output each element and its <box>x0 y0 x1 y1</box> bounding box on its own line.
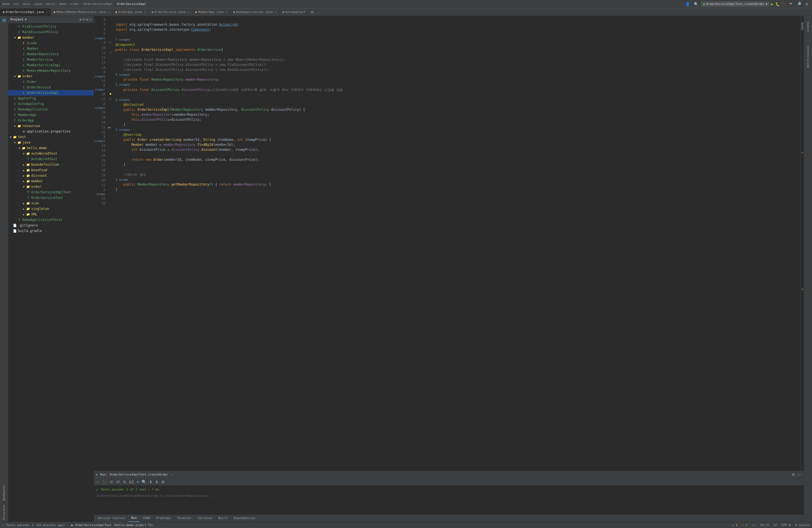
tree-item-application-properties[interactable]: ⚙ application.properties <box>8 129 93 134</box>
tree-item-memberrepository[interactable]: I MemberRepository <box>8 52 93 57</box>
toolbar-rerun-btn[interactable]: ↺ <box>108 479 114 485</box>
structure-label[interactable]: Structure <box>2 505 5 520</box>
panel-dropdown[interactable]: ▼ <box>25 18 27 21</box>
tab-close-orderapp[interactable]: ✕ <box>144 11 146 14</box>
tree-item-buildgradle[interactable]: 📄 build.gradle <box>8 228 93 234</box>
charset[interactable]: UTF-8 <box>782 523 791 527</box>
tree-item-member-class[interactable]: C Member <box>8 46 93 52</box>
toolbar-search-btn[interactable]: 🔍 <box>141 479 147 485</box>
tree-item-autowiredtest-folder[interactable]: ▼ 📁 autoWiredTest <box>8 151 93 156</box>
line-endings[interactable]: LF <box>773 523 777 527</box>
run-close[interactable]: ✕ <box>172 473 173 476</box>
breadcrumb-class[interactable]: OrderServiceImpl <box>84 2 113 6</box>
tab-autoappconf[interactable]: ● AutoAppConf <box>279 8 308 16</box>
tree-item-orderserviceimpl[interactable]: C OrderServiceImpl <box>8 90 93 96</box>
breadcrumb-java[interactable]: java <box>34 2 42 6</box>
notifications-label[interactable]: Notifications <box>807 46 810 68</box>
tree-item-memberservice[interactable]: I MemberService <box>8 57 93 62</box>
warning-indicator[interactable]: ⚠ 1 <box>732 523 738 527</box>
tree-item-memberapp[interactable]: C MemberApp <box>8 112 93 118</box>
tab-todo[interactable]: TODO <box>140 515 153 522</box>
tab-more[interactable]: ≫ <box>308 10 316 14</box>
tab-memorymemberrepository[interactable]: ● MemoryMemberRepository.java ✕ <box>51 8 113 16</box>
tree-item-autowiredtest[interactable]: T AutoWiredTest <box>8 156 93 162</box>
tab-close-memberapp[interactable]: ✕ <box>226 11 228 14</box>
tree-item-member-test[interactable]: ▶ 📁 member <box>8 178 93 184</box>
run-settings-btn[interactable]: ⚙ <box>791 472 796 476</box>
tree-item-demoapplicationtests[interactable]: T DemoApplicationTests <box>8 217 93 223</box>
tab-close-orderserviceimpl[interactable]: ✕ <box>46 11 48 14</box>
tree-item-orderserviceimpltest[interactable]: T OrderServiceImplTest <box>8 189 93 195</box>
tab-build[interactable]: Build <box>216 515 230 522</box>
tree-item-test-java[interactable]: ▼ 📁 java <box>8 140 93 145</box>
toolbar-stop-btn[interactable]: ⬛ <box>101 479 108 485</box>
tree-item-order-test[interactable]: ▼ 📁 order <box>8 184 93 189</box>
position-indicator[interactable]: 18:15 <box>760 523 769 527</box>
tree-item-hellodemo[interactable]: ▼ 📁 hello.demo <box>8 145 93 151</box>
tree-item-fixdiscountpolicy[interactable]: C FixDiscountPolicy <box>8 24 93 29</box>
toolbar-sort-alpha-btn[interactable]: AZ <box>128 479 135 485</box>
tab-close-memory[interactable]: ✕ <box>108 11 110 14</box>
tree-item-memberserviceimpl[interactable]: C MemberServiceImpl <box>8 62 93 68</box>
tab-dependencies[interactable]: Dependencies <box>231 515 258 522</box>
tree-item-order-class[interactable]: C Order <box>8 79 93 85</box>
breadcrumb-src[interactable]: src <box>14 2 19 6</box>
tab-orderapp[interactable]: ● OrderApp.java ✕ <box>113 8 149 16</box>
tab-terminal[interactable]: Terminal <box>174 515 194 522</box>
run-config-dropdown[interactable]: ▼ <box>766 2 767 5</box>
tab-demoapplication[interactable]: ● DemoApplication.java ✕ <box>231 8 280 16</box>
tab-version-control[interactable]: Version Control <box>95 515 128 522</box>
tree-item-singleton[interactable]: ▶ 📁 singleton <box>8 206 93 211</box>
run-class-label[interactable]: OrderServiceImplTest.createOrder <box>110 473 168 476</box>
tab-close-demo[interactable]: ✕ <box>275 11 276 14</box>
tab-close-orderservice[interactable]: ✕ <box>188 11 189 14</box>
check-indicator[interactable]: ✓ 2 <box>742 523 748 527</box>
coverage-btn[interactable]: ☂ <box>788 1 794 7</box>
tree-item-scan[interactable]: ▶ 📁 scan <box>8 201 93 206</box>
tree-item-ratediscountpolicy[interactable]: C RateDiscountPolicy <box>8 29 93 35</box>
debug-button[interactable]: 🐛 <box>775 2 780 6</box>
tree-item-orderapp[interactable]: C OrderApp <box>8 118 93 123</box>
tree-item-grade[interactable]: E Grade <box>8 40 93 46</box>
toolbar-expand-btn[interactable]: ≡ <box>135 479 140 485</box>
breadcrumb-demo[interactable]: demo <box>2 2 10 6</box>
tree-item-test[interactable]: ▼ 📁 test <box>8 134 93 140</box>
bookmarks-label[interactable]: Bookmarks <box>2 485 5 500</box>
run-config[interactable]: ● OrderServiceImplTest.createOrder ▼ <box>701 1 769 6</box>
run-minimize-btn[interactable]: — <box>797 472 801 476</box>
toolbar-rerun-failed-btn[interactable]: ↺! <box>115 479 121 485</box>
tree-item-orderservice[interactable]: I OrderService <box>8 85 93 90</box>
tab-orderserviceimpl[interactable]: ● OrderServiceImpl.java ✕ <box>0 8 51 16</box>
tree-item-xml[interactable]: ▶ 📁 XML <box>8 211 93 217</box>
run-button[interactable]: ▶ <box>771 1 773 6</box>
breadcrumb-demo2[interactable]: demo <box>59 2 67 6</box>
panel-icon-locate[interactable]: ⊕ <box>79 17 82 21</box>
tree-item-beandefinition[interactable]: ▶ 📁 beandefinition <box>8 162 93 167</box>
tree-item-orderservicetest[interactable]: T OrderServiceTest <box>8 195 93 201</box>
git-branch[interactable]: ↑↓ <box>752 523 755 527</box>
search-everywhere-btn[interactable]: 🔎 <box>795 1 802 7</box>
toolbar-sort-btn[interactable]: ⇅ <box>122 479 127 485</box>
panel-icon-collapse[interactable]: ⊟ <box>83 17 85 21</box>
tab-orderservice[interactable]: ● OrderService.java ✕ <box>149 8 192 16</box>
breadcrumb-main[interactable]: main <box>23 2 31 6</box>
search-btn[interactable]: 🔍 <box>693 1 700 7</box>
tree-item-demoapplication[interactable]: C DemoApplication <box>8 107 93 112</box>
toolbar-check-btn[interactable]: ✓ <box>95 479 101 485</box>
settings-btn[interactable]: ⚙ <box>804 1 810 7</box>
tab-services[interactable]: Services <box>195 515 215 522</box>
gradle-label[interactable]: Gradle <box>807 21 810 31</box>
code-content[interactable]: import org.springframework.beans.factory… <box>113 16 800 471</box>
indent[interactable]: 4 spaces <box>795 523 810 527</box>
tree-item-gitignore[interactable]: 📄 .gitignore <box>8 223 93 228</box>
panel-icon-settings[interactable]: ⚙ <box>86 17 88 21</box>
toolbar-import-btn[interactable]: ⬆ <box>148 479 154 485</box>
toolbar-settings2-btn[interactable]: ⚙ <box>160 479 166 485</box>
toolbar-export-btn[interactable]: ⬇ <box>154 479 160 485</box>
breadcrumb-method[interactable]: OrderServiceImpl <box>117 2 146 6</box>
breadcrumb-hello[interactable]: hello <box>46 2 55 6</box>
panel-icon-close[interactable]: ✕ <box>89 17 91 21</box>
breadcrumb-order[interactable]: order <box>70 2 79 6</box>
project-icon[interactable] <box>1 17 7 23</box>
tab-memberapp[interactable]: ● MemberApp.java ✕ <box>192 8 231 16</box>
